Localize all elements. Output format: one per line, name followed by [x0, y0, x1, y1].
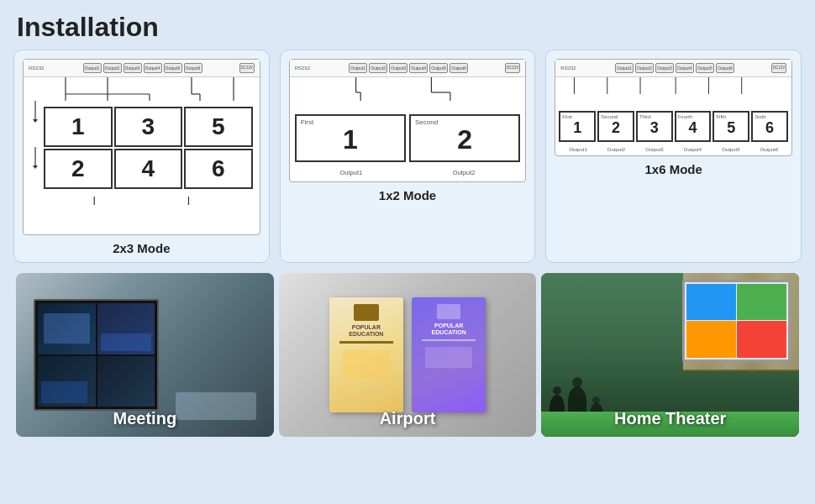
port-output6: Output6 — [184, 63, 202, 73]
port-1x2-out6: Output6 — [450, 63, 468, 73]
output-labels-1x6: Output1 Output2 Output3 Output4 Output5 … — [555, 145, 791, 155]
cell-4: 4 — [114, 149, 183, 189]
mode-label-1x2: 1x2 Mode — [379, 188, 436, 202]
mode-card-2x3: RS232 Output1 Output2 Output3 Output4 Ou… — [13, 50, 270, 263]
cell-label-1x6-fourth: Fourth — [678, 114, 692, 119]
cell-1x6-5: Fifth 5 — [712, 111, 749, 142]
cell-1x6-1: First 1 — [559, 111, 596, 142]
port-output3: Output3 — [124, 63, 142, 73]
out-label-1: Output1 — [339, 169, 362, 176]
cell-label-second: Second — [415, 118, 438, 126]
scene-label-home: Home Theater — [541, 409, 799, 428]
dc-port-1x2: DC12V — [505, 63, 520, 73]
ports-group-1x2: Output1 Output2 Output3 Output4 Output5 … — [314, 63, 502, 73]
cell-5: 5 — [184, 107, 253, 147]
wires-1x6-svg — [555, 77, 791, 101]
cell-label-1x6-second: Second — [601, 114, 618, 119]
scene-card-airport: POPULAREDUCATION POPULAREDUCATION Airpor… — [279, 273, 537, 437]
out-label-2: Output2 — [453, 169, 476, 176]
cell-1: 1 — [44, 107, 113, 147]
grid-1x6-cells: First 1 Second 2 Third 3 Fourth 4 Fifth — [555, 108, 791, 145]
cell-1x6-2: Second 2 — [597, 111, 634, 142]
diagram-2x3: RS232 Output1 Output2 Output3 Output4 Ou… — [23, 59, 260, 235]
port-1x2-out2: Output2 — [369, 63, 387, 73]
cell-label-1x6-fifth: Fifth — [716, 114, 726, 119]
mode-label-2x3: 2x3 Mode — [113, 241, 170, 255]
device-bar-1x2: RS232 Output1 Output2 Output3 Output4 Ou… — [290, 60, 526, 77]
wires-1x2-svg — [290, 77, 526, 102]
port-output5: Output5 — [164, 63, 182, 73]
modes-section: RS232 Output1 Output2 Output3 Output4 Ou… — [0, 50, 815, 273]
cell-1x2-second: Second 2 — [409, 114, 520, 162]
port-1x6-out3: Output3 — [655, 63, 674, 73]
port-1x6-out2: Output2 — [635, 63, 654, 73]
rs232-label-1x6: RS232 — [560, 66, 576, 71]
svg-marker-21 — [33, 165, 38, 169]
output-labels-1x2: Output1 Output2 — [290, 167, 526, 181]
port-1x2-out1: Output1 — [349, 63, 367, 73]
dc-port-1x6: DC12V — [771, 63, 786, 73]
cell-label-1x6-sixth: Sixth — [755, 114, 765, 119]
wires-2x3-svg — [24, 77, 260, 101]
left-arrow-top — [27, 101, 39, 147]
ports-group-2x3: Output1 Output2 Output3 Output4 Output5 … — [48, 63, 236, 73]
port-1x2-out3: Output3 — [389, 63, 408, 73]
rs232-label: RS232 — [29, 66, 44, 71]
device-bar-1x6: RS232 Output1 Output2 Output3 Output4 Ou… — [555, 60, 791, 77]
ports-group-1x6: Output1 Output2 Output3 Output4 Output5 … — [581, 63, 769, 73]
mode-label-1x6: 1x6 Mode — [645, 162, 702, 176]
cell-label-1x6-third: Third — [639, 114, 651, 119]
bottom-arrows-2x3 — [24, 197, 260, 212]
scene-label-airport: Airport — [279, 409, 537, 428]
out6-label-6: Output6 — [750, 147, 788, 152]
out6-label-2: Output2 — [597, 147, 635, 152]
cell-1x6-3: Third 3 — [636, 111, 673, 142]
cell-label-1x6-first: First — [562, 114, 572, 119]
cell-1x2-first: First 1 — [295, 114, 406, 162]
page-title: Installation — [0, 0, 815, 50]
port-1x6-out6: Output6 — [716, 63, 734, 73]
left-arrow-bottom — [27, 147, 39, 193]
port-1x6-out5: Output5 — [696, 63, 714, 73]
mode-card-1x6: RS232 Output1 Output2 Output3 Output4 Ou… — [545, 50, 802, 263]
port-output4: Output4 — [144, 63, 162, 73]
port-1x2-out5: Output5 — [429, 63, 448, 73]
out6-label-1: Output1 — [559, 147, 597, 152]
out6-label-5: Output5 — [712, 147, 749, 152]
grid-1x2-cells: First 1 Second 2 — [290, 109, 526, 167]
svg-marker-19 — [33, 119, 38, 123]
scene-card-meeting: Meeting — [16, 273, 274, 437]
device-bar-2x3: RS232 Output1 Output2 Output3 Output4 Ou… — [24, 60, 260, 77]
port-output2: Output2 — [103, 63, 122, 73]
cell-1x6-6: Sixth 6 — [751, 111, 788, 142]
port-output1: Output1 — [83, 63, 102, 73]
dc-port: DC12V — [239, 63, 255, 73]
cell-label-first: First — [301, 118, 314, 126]
port-1x6-out4: Output4 — [676, 63, 694, 73]
cell-1x6-4: Fourth 4 — [675, 111, 712, 142]
grid-2x3: 1 3 5 2 4 6 — [40, 103, 256, 192]
scene-card-home: Home Theater — [541, 273, 799, 437]
rs232-label-1x2: RS232 — [295, 66, 310, 71]
diagram-1x6: RS232 Output1 Output2 Output3 Output4 Ou… — [555, 59, 792, 156]
cell-6: 6 — [184, 149, 253, 189]
diagram-1x2: RS232 Output1 Output2 Output3 Output4 Ou… — [289, 59, 527, 182]
out6-label-4: Output4 — [674, 147, 712, 152]
scenes-section: Meeting POPULAREDUCATION POPULAREDUCATIO… — [0, 273, 815, 437]
cell-3: 3 — [114, 107, 183, 147]
scene-label-meeting: Meeting — [16, 409, 274, 428]
out6-label-3: Output3 — [635, 147, 673, 152]
port-1x6-out1: Output1 — [615, 63, 634, 73]
port-1x2-out4: Output4 — [409, 63, 428, 73]
mode-card-1x2: RS232 Output1 Output2 Output3 Output4 Ou… — [280, 50, 536, 263]
cell-2: 2 — [44, 149, 113, 189]
